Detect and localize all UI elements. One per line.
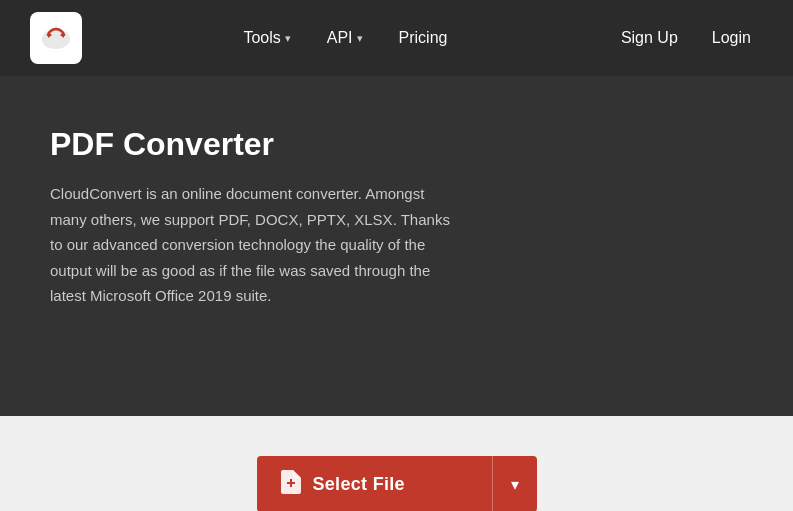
logo[interactable] — [30, 12, 82, 64]
cta-section: Select File ▾ — [0, 416, 793, 511]
select-file-label: Select File — [313, 474, 405, 495]
file-icon — [281, 470, 301, 499]
api-chevron-icon: ▾ — [357, 32, 363, 45]
nav-pricing[interactable]: Pricing — [381, 19, 466, 57]
main-nav: Tools ▾ API ▾ Pricing — [225, 19, 465, 57]
select-file-button[interactable]: Select File ▾ — [257, 456, 537, 511]
nav-api[interactable]: API ▾ — [309, 19, 381, 57]
nav-tools-label: Tools — [243, 29, 280, 47]
signup-link[interactable]: Sign Up — [609, 23, 690, 53]
page-title: PDF Converter — [50, 126, 743, 163]
auth-nav: Sign Up Login — [609, 23, 763, 53]
login-link[interactable]: Login — [700, 23, 763, 53]
nav-api-label: API — [327, 29, 353, 47]
hero-section: PDF Converter CloudConvert is an online … — [0, 76, 793, 416]
nav-pricing-label: Pricing — [399, 29, 448, 47]
hero-description: CloudConvert is an online document conve… — [50, 181, 450, 309]
logo-icon — [30, 12, 82, 64]
tools-chevron-icon: ▾ — [285, 32, 291, 45]
select-file-dropdown[interactable]: ▾ — [493, 456, 537, 511]
dropdown-chevron-icon: ▾ — [511, 475, 519, 494]
select-file-main-area: Select File — [257, 470, 492, 499]
nav-tools[interactable]: Tools ▾ — [225, 19, 308, 57]
navbar: Tools ▾ API ▾ Pricing Sign Up Login — [0, 0, 793, 76]
